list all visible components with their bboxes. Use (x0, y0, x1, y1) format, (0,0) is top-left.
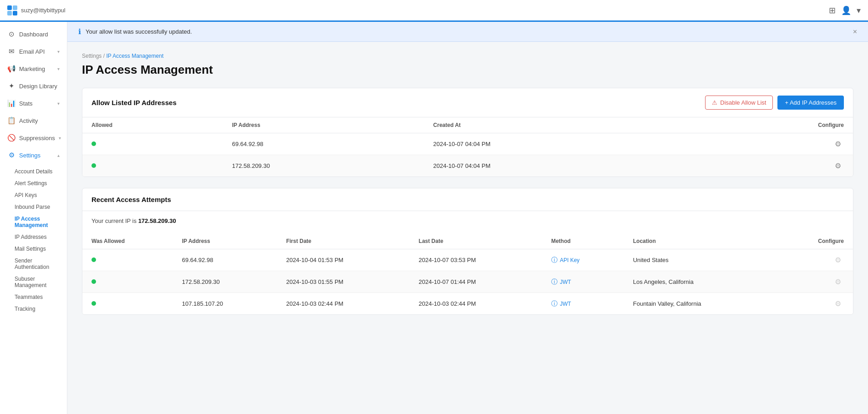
sidebar-sub-api-keys[interactable]: API Keys (0, 189, 67, 201)
allow-list-card-title: Allow Listed IP Addresses (91, 99, 177, 106)
table-row: 69.64.92.98 2024-10-07 04:04 PM ⚙ (82, 133, 853, 155)
banner-message: Your allow list was successfully updated… (86, 28, 848, 35)
sidebar-sub-mail-settings[interactable]: Mail Settings (0, 243, 67, 255)
warning-icon: ⚠ (712, 99, 717, 106)
breadcrumb-current[interactable]: IP Access Management (106, 53, 163, 59)
sidebar-item-label: Dashboard (19, 31, 48, 38)
last-date-cell: 2024-10-03 02:44 PM (410, 293, 542, 315)
recent-access-table-body: 69.64.92.98 2024-10-04 01:53 PM 2024-10-… (82, 249, 853, 315)
sidebar-item-stats[interactable]: 📊 Stats ▾ (0, 95, 67, 112)
sidebar-item-label: Design Library (19, 83, 57, 90)
recent-access-table: Was Allowed IP Address First Date Last D… (82, 233, 853, 314)
table-row: 69.64.92.98 2024-10-04 01:53 PM 2024-10-… (82, 249, 853, 271)
allowed-cell (82, 155, 223, 177)
chevron-icon: ▾ (57, 66, 60, 71)
method-cell: ⓘJWT (542, 271, 624, 293)
info-icon: ℹ (78, 27, 81, 36)
sidebar-sub-account-details[interactable]: Account Details (0, 166, 67, 177)
main-content: ℹ Your allow list was successfully updat… (67, 22, 868, 414)
chevron-icon: ▴ (57, 153, 60, 158)
banner-close-button[interactable]: × (853, 28, 857, 36)
info-icon: ⓘ (551, 278, 558, 286)
chevron-icon: ▾ (59, 136, 61, 141)
disable-allow-list-button[interactable]: ⚠ Disable Allow List (705, 96, 773, 110)
sidebar-item-marketing[interactable]: 📢 Marketing ▾ (0, 60, 67, 77)
col-last-date: Last Date (410, 233, 542, 249)
col-first-date: First Date (277, 233, 410, 249)
sidebar-item-email-api[interactable]: ✉ Email API ▾ (0, 43, 67, 60)
table-row: 172.58.209.30 2024-10-07 04:04 PM ⚙ (82, 155, 853, 177)
table-row: 107.185.107.20 2024-10-03 02:44 PM 2024-… (82, 293, 853, 315)
page-title: IP Access Management (82, 63, 853, 77)
status-dot (91, 141, 96, 146)
method-badge: ⓘJWT (551, 278, 615, 286)
configure-button[interactable]: ⚙ (832, 139, 844, 149)
allowed-cell (82, 133, 223, 155)
chevron-down-icon[interactable]: ▾ (857, 5, 861, 15)
sidebar-sub-alert-settings[interactable]: Alert Settings (0, 177, 67, 189)
sidebar-item-settings[interactable]: ⚙ Settings ▴ (0, 146, 67, 164)
location-cell: Los Angeles, California (624, 271, 776, 293)
topbar-username: suzy@ittybittypul (21, 7, 66, 14)
recent-access-table-header-row: Was Allowed IP Address First Date Last D… (82, 233, 853, 249)
sidebar-item-design-library[interactable]: ✦ Design Library (0, 77, 67, 95)
configure-button[interactable]: ⚙ (832, 298, 844, 309)
col-ip-address: IP Address (223, 117, 424, 133)
dashboard-icon: ⊙ (7, 30, 15, 38)
configure-button[interactable]: ⚙ (832, 277, 844, 287)
sidebar-sub-subuser-management[interactable]: Subuser Management (0, 273, 67, 291)
sidebar-sub-ip-addresses[interactable]: IP Addresses (0, 231, 67, 243)
sidebar-item-dashboard[interactable]: ⊙ Dashboard (0, 25, 67, 43)
breadcrumb: Settings / IP Access Management (82, 53, 853, 59)
sidebar-item-label: Suppressions (19, 135, 55, 141)
activity-icon: 📋 (7, 116, 15, 125)
sidebar-sub-teammates[interactable]: Teammates (0, 291, 67, 303)
ip-cell: 172.58.209.30 (223, 155, 424, 177)
sidebar-item-label: Stats (19, 100, 33, 107)
configure-cell: ⚙ (776, 249, 853, 271)
add-ip-label: + Add IP Addresses (785, 99, 837, 106)
ip-cell: 172.58.209.30 (173, 271, 277, 293)
grid-icon[interactable]: ⊞ (829, 5, 836, 15)
last-date-cell: 2024-10-07 01:44 PM (410, 271, 542, 293)
was-allowed-cell (82, 293, 173, 315)
sidebar-item-label: Activity (19, 117, 38, 124)
configure-button[interactable]: ⚙ (832, 255, 844, 265)
sidebar-item-activity[interactable]: 📋 Activity (0, 112, 67, 129)
topbar-left: suzy@ittybittypul (7, 5, 66, 15)
configure-cell: ⚙ (776, 271, 853, 293)
sidebar-sub-sender-authentication[interactable]: Sender Authentication (0, 255, 67, 273)
sidebar-item-label: Settings (19, 152, 41, 159)
user-icon[interactable]: 👤 (841, 5, 851, 15)
email-icon: ✉ (7, 47, 15, 56)
allow-list-table-body: 69.64.92.98 2024-10-07 04:04 PM ⚙ 172.58… (82, 133, 853, 177)
sidebar-sub-ip-access-management[interactable]: IP Access Management (0, 213, 67, 231)
sidebar-item-suppressions[interactable]: 🚫 Suppressions ▾ (0, 129, 67, 146)
success-banner: ℹ Your allow list was successfully updat… (67, 22, 868, 42)
logo (7, 5, 17, 15)
created-at-cell: 2024-10-07 04:04 PM (424, 155, 695, 177)
status-dot (91, 163, 96, 168)
created-at-cell: 2024-10-07 04:04 PM (424, 133, 695, 155)
method-badge: ⓘJWT (551, 300, 615, 308)
recent-access-card-title: Recent Access Attempts (91, 196, 171, 203)
sidebar: ⊙ Dashboard ✉ Email API ▾ 📢 Marketing ▾ … (0, 22, 67, 414)
configure-cell: ⚙ (695, 155, 853, 177)
col-location: Location (624, 233, 776, 249)
marketing-icon: 📢 (7, 65, 15, 73)
chevron-icon: ▾ (57, 49, 60, 54)
status-dot (91, 279, 96, 284)
first-date-cell: 2024-10-04 01:53 PM (277, 249, 410, 271)
settings-icon: ⚙ (7, 151, 15, 159)
col-method: Method (542, 233, 624, 249)
col-allowed: Allowed (82, 117, 223, 133)
recent-access-card-header: Recent Access Attempts (82, 188, 853, 211)
configure-button[interactable]: ⚙ (832, 161, 844, 171)
topbar-right: ⊞ 👤 ▾ (829, 5, 861, 15)
stats-icon: 📊 (7, 99, 15, 107)
sidebar-sub-inbound-parse[interactable]: Inbound Parse (0, 201, 67, 213)
add-ip-addresses-button[interactable]: + Add IP Addresses (777, 96, 844, 110)
chevron-icon: ▾ (57, 101, 60, 106)
sidebar-sub-tracking[interactable]: Tracking (0, 303, 67, 315)
allow-list-card-header: Allow Listed IP Addresses ⚠ Disable Allo… (82, 88, 853, 117)
